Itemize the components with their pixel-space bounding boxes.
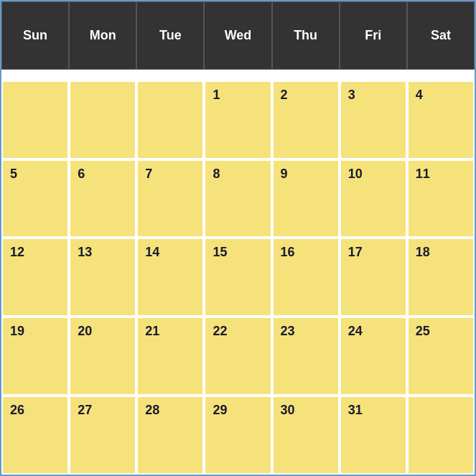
day-number: 3	[348, 88, 355, 103]
day-cell-28[interactable]: 28	[136, 396, 204, 475]
day-number: 6	[78, 167, 85, 182]
day-cell-13[interactable]: 13	[69, 238, 136, 317]
empty-cell	[407, 396, 475, 475]
day-number: 22	[213, 324, 227, 339]
day-number: 18	[416, 245, 430, 260]
day-number: 16	[281, 245, 295, 260]
day-number: 1	[213, 88, 220, 103]
day-cell-29[interactable]: 29	[204, 396, 271, 475]
day-cell-14[interactable]: 14	[136, 238, 204, 317]
day-cell-2[interactable]: 2	[272, 80, 340, 159]
day-cell-21[interactable]: 21	[136, 317, 204, 396]
day-number: 25	[416, 324, 430, 339]
day-number: 19	[10, 324, 24, 339]
day-cell-7[interactable]: 7	[136, 159, 204, 238]
day-header-sun: Sun	[1, 1, 69, 70]
day-number: 4	[416, 88, 423, 103]
day-cell-4[interactable]: 4	[407, 80, 475, 159]
day-number: 20	[78, 324, 92, 339]
day-number: 12	[10, 245, 24, 260]
day-number: 10	[348, 167, 363, 182]
day-number: 23	[281, 324, 295, 339]
day-number: 11	[416, 167, 430, 182]
day-cell-18[interactable]: 18	[407, 238, 475, 317]
day-number: 17	[348, 245, 363, 260]
day-cell-22[interactable]: 22	[204, 317, 271, 396]
day-number: 28	[145, 403, 159, 418]
day-number: 13	[78, 245, 92, 260]
day-number: 29	[213, 403, 227, 418]
day-number: 2	[281, 88, 288, 103]
day-header-mon: Mon	[69, 1, 136, 70]
day-number: 8	[213, 167, 220, 182]
day-number: 24	[348, 324, 363, 339]
day-header-sat: Sat	[407, 1, 475, 70]
day-cell-25[interactable]: 25	[407, 317, 475, 396]
day-number: 21	[145, 324, 159, 339]
calendar-grid: SunMonTueWedThuFriSat1234567891011121314…	[1, 1, 475, 475]
day-cell-5[interactable]: 5	[1, 159, 69, 238]
day-number: 27	[78, 403, 92, 418]
day-number: 30	[281, 403, 295, 418]
day-cell-17[interactable]: 17	[340, 238, 407, 317]
day-cell-3[interactable]: 3	[340, 80, 407, 159]
day-cell-31[interactable]: 31	[340, 396, 407, 475]
calendar-container: SunMonTueWedThuFriSat1234567891011121314…	[0, 0, 476, 476]
day-number: 31	[348, 403, 363, 418]
day-header-wed: Wed	[204, 1, 271, 70]
day-cell-26[interactable]: 26	[1, 396, 69, 475]
day-cell-12[interactable]: 12	[1, 238, 69, 317]
empty-cell	[69, 80, 136, 159]
day-number: 7	[145, 167, 152, 182]
day-cell-10[interactable]: 10	[340, 159, 407, 238]
day-cell-8[interactable]: 8	[204, 159, 271, 238]
day-number: 9	[281, 167, 288, 182]
empty-cell	[1, 80, 69, 159]
day-cell-19[interactable]: 19	[1, 317, 69, 396]
day-cell-27[interactable]: 27	[69, 396, 136, 475]
day-header-fri: Fri	[340, 1, 407, 70]
day-number: 26	[10, 403, 24, 418]
day-cell-23[interactable]: 23	[272, 317, 340, 396]
day-number: 5	[10, 167, 17, 182]
empty-cell	[136, 80, 204, 159]
day-cell-9[interactable]: 9	[272, 159, 340, 238]
day-cell-24[interactable]: 24	[340, 317, 407, 396]
day-number: 15	[213, 245, 227, 260]
day-cell-30[interactable]: 30	[272, 396, 340, 475]
day-header-tue: Tue	[136, 1, 204, 70]
day-cell-16[interactable]: 16	[272, 238, 340, 317]
day-header-thu: Thu	[272, 1, 340, 70]
day-number: 14	[145, 245, 159, 260]
day-cell-6[interactable]: 6	[69, 159, 136, 238]
day-cell-11[interactable]: 11	[407, 159, 475, 238]
day-cell-15[interactable]: 15	[204, 238, 271, 317]
day-cell-20[interactable]: 20	[69, 317, 136, 396]
day-cell-1[interactable]: 1	[204, 80, 271, 159]
